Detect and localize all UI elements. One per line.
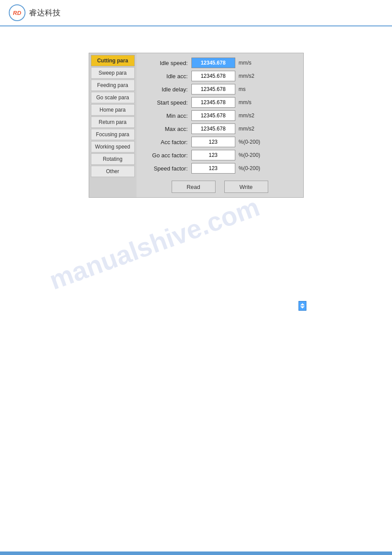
param-label-4: Min acc: <box>143 112 191 119</box>
logo-icon: RD <box>9 4 25 21</box>
param-input-3[interactable] <box>191 97 235 108</box>
nav-item-cutting-para[interactable]: Cutting para <box>91 55 135 66</box>
nav-item-other[interactable]: Other <box>91 166 135 177</box>
param-label-8: Speed factor: <box>143 165 191 172</box>
param-row-4: Min acc:mm/s2 <box>143 110 297 121</box>
param-label-0: Idle speed: <box>143 60 191 66</box>
param-input-8[interactable] <box>191 163 235 174</box>
param-unit-8: %(0-200) <box>239 165 274 171</box>
param-row-1: Idle acc:mm/s2 <box>143 71 297 81</box>
nav-item-sweep-para[interactable]: Sweep para <box>91 67 135 79</box>
param-input-2[interactable] <box>191 84 235 94</box>
read-button[interactable]: Read <box>172 181 216 193</box>
param-input-1[interactable] <box>191 71 235 81</box>
header: RD 睿达科技 <box>0 0 392 26</box>
param-row-0: Idle speed:mm/s <box>143 58 297 68</box>
scroll-up-icon <box>300 303 305 305</box>
param-row-3: Start speed:mm/s <box>143 97 297 108</box>
param-row-8: Speed factor:%(0-200) <box>143 163 297 174</box>
main-content: Cutting paraSweep paraFeeding paraGo sca… <box>0 40 392 211</box>
param-input-5[interactable] <box>191 123 235 134</box>
nav-item-home-para[interactable]: Home para <box>91 104 135 116</box>
scroll-down-icon <box>300 306 305 308</box>
param-unit-7: %(0-200) <box>239 152 274 158</box>
param-label-2: Idle delay: <box>143 86 191 93</box>
right-content: Idle speed:mm/sIdle acc:mm/s2Idle delay:… <box>137 53 303 197</box>
param-unit-1: mm/s2 <box>239 73 274 79</box>
param-unit-2: ms <box>239 86 274 92</box>
param-label-7: Go acc factor: <box>143 152 191 159</box>
param-label-1: Idle acc: <box>143 73 191 80</box>
param-row-2: Idle delay:ms <box>143 84 297 94</box>
param-unit-0: mm/s <box>239 60 274 66</box>
param-label-6: Acc factor: <box>143 139 191 145</box>
panel-container: Cutting paraSweep paraFeeding paraGo sca… <box>89 53 304 198</box>
scroll-indicator[interactable] <box>298 301 306 311</box>
param-unit-4: mm/s2 <box>239 112 274 119</box>
param-label-5: Max acc: <box>143 126 191 132</box>
nav-item-return-para[interactable]: Return para <box>91 116 135 128</box>
param-row-6: Acc factor:%(0-200) <box>143 137 297 147</box>
param-label-3: Start speed: <box>143 99 191 106</box>
param-input-0[interactable] <box>191 58 235 68</box>
nav-item-go-scale-para[interactable]: Go scale para <box>91 92 135 103</box>
footer-bar <box>0 551 392 555</box>
param-input-4[interactable] <box>191 110 235 121</box>
param-unit-6: %(0-200) <box>239 139 274 145</box>
param-unit-3: mm/s <box>239 99 274 105</box>
nav-item-feeding-para[interactable]: Feeding para <box>91 80 135 91</box>
left-nav: Cutting paraSweep paraFeeding paraGo sca… <box>89 53 137 197</box>
param-input-6[interactable] <box>191 137 235 147</box>
nav-item-focusing-para[interactable]: Focusing para <box>91 129 135 140</box>
company-name: 睿达科技 <box>29 7 61 18</box>
write-button[interactable]: Write <box>224 181 268 193</box>
buttons-row: ReadWrite <box>143 178 297 193</box>
nav-item-working-speed[interactable]: Working speed <box>91 141 135 152</box>
param-row-5: Max acc:mm/s2 <box>143 123 297 134</box>
param-input-7[interactable] <box>191 150 235 160</box>
param-unit-5: mm/s2 <box>239 126 274 132</box>
param-row-7: Go acc factor:%(0-200) <box>143 150 297 160</box>
nav-item-rotating[interactable]: Rotating <box>91 153 135 165</box>
